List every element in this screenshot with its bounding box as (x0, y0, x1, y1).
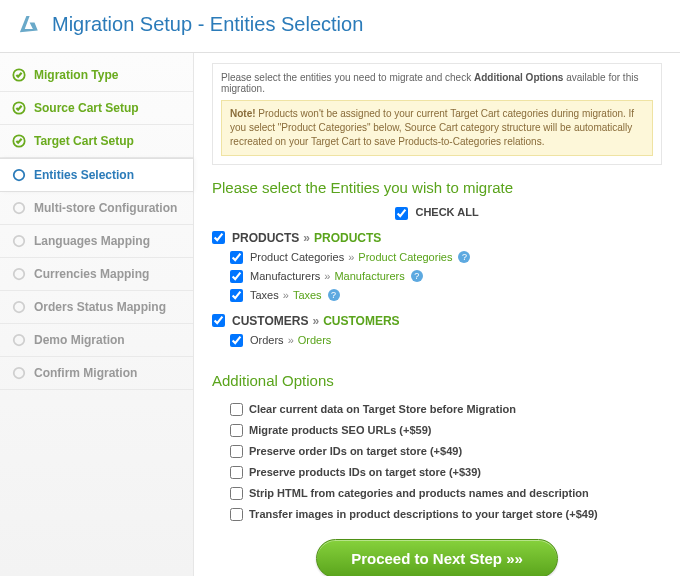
check-circle-icon (12, 101, 26, 115)
info-box: Please select the entities you need to m… (212, 63, 662, 165)
wizard-step-label: Migration Type (34, 68, 118, 82)
entity-checkbox[interactable] (230, 334, 243, 347)
proceed-button[interactable]: Proceed to Next Step »» (316, 539, 558, 576)
svg-point-3 (14, 170, 25, 181)
entity-source: PRODUCTS (232, 231, 299, 245)
entity-checkbox[interactable] (230, 289, 243, 302)
option-checkbox[interactable] (230, 466, 243, 479)
circle-icon (12, 168, 26, 182)
entity-source: Product Categories (250, 251, 344, 263)
entity-target: PRODUCTS (314, 231, 381, 245)
option-checkbox[interactable] (230, 403, 243, 416)
instruction-text: Please select the entities you need to m… (221, 72, 653, 94)
wizard-step-label: Target Cart Setup (34, 134, 134, 148)
circle-icon (12, 234, 26, 248)
entity-source: Manufacturers (250, 270, 320, 282)
entity-sub-0-2: Taxes»Taxes? (212, 286, 662, 305)
option-checkbox[interactable] (230, 445, 243, 458)
circle-icon (12, 201, 26, 215)
migration-arrow-icon (14, 10, 42, 38)
page-header: Migration Setup - Entities Selection (0, 0, 680, 53)
help-icon[interactable]: ? (328, 289, 340, 301)
svg-point-9 (14, 368, 25, 379)
entity-source: Taxes (250, 289, 279, 301)
wizard-step-7[interactable]: Orders Status Mapping (0, 291, 193, 324)
wizard-step-0[interactable]: Migration Type (0, 59, 193, 92)
entity-target: Orders (298, 334, 332, 346)
arrow-icon: » (283, 289, 289, 301)
entity-sub-0-1: Manufacturers»Manufacturers? (212, 267, 662, 286)
entity-target: Manufacturers (334, 270, 404, 282)
entities-list: PRODUCTS»PRODUCTSProduct Categories»Prod… (212, 228, 662, 350)
entity-target: CUSTOMERS (323, 314, 399, 328)
options-heading: Additional Options (212, 372, 662, 389)
option-label: Preserve order IDs on target store (+$49… (249, 445, 462, 457)
svg-point-7 (14, 302, 25, 313)
svg-point-6 (14, 269, 25, 280)
option-checkbox[interactable] (230, 508, 243, 521)
entity-source: Orders (250, 334, 284, 346)
entity-sub-0-0: Product Categories»Product Categories? (212, 248, 662, 267)
additional-options: Additional Options Clear current data on… (212, 372, 662, 525)
entity-checkbox[interactable] (212, 231, 225, 244)
help-icon[interactable]: ? (411, 270, 423, 282)
option-label: Preserve products IDs on target store (+… (249, 466, 481, 478)
option-row-2: Preserve order IDs on target store (+$49… (212, 441, 662, 462)
entities-heading: Please select the Entities you wish to m… (212, 179, 662, 196)
wizard-step-2[interactable]: Target Cart Setup (0, 125, 193, 158)
wizard-step-label: Entities Selection (34, 168, 134, 182)
circle-icon (12, 333, 26, 347)
wizard-step-5[interactable]: Languages Mapping (0, 225, 193, 258)
circle-icon (12, 366, 26, 380)
entity-checkbox[interactable] (212, 314, 225, 327)
entity-checkbox[interactable] (230, 270, 243, 283)
check-all-row: CHECK ALL (212, 206, 662, 220)
option-row-4: Strip HTML from categories and products … (212, 483, 662, 504)
check-all-label: CHECK ALL (415, 206, 478, 218)
circle-icon (12, 300, 26, 314)
check-circle-icon (12, 68, 26, 82)
option-checkbox[interactable] (230, 487, 243, 500)
option-label: Transfer images in product descriptions … (249, 508, 598, 520)
option-checkbox[interactable] (230, 424, 243, 437)
entity-checkbox[interactable] (230, 251, 243, 264)
wizard-step-label: Confirm Migration (34, 366, 137, 380)
check-all-checkbox[interactable] (395, 207, 408, 220)
entity-source: CUSTOMERS (232, 314, 308, 328)
entity-target: Product Categories (358, 251, 452, 263)
arrow-icon: » (312, 314, 319, 328)
wizard-step-label: Orders Status Mapping (34, 300, 166, 314)
check-circle-icon (12, 134, 26, 148)
page-title: Migration Setup - Entities Selection (52, 13, 363, 36)
wizard-step-4[interactable]: Multi-store Configuration (0, 192, 193, 225)
wizard-step-3[interactable]: Entities Selection (0, 158, 193, 192)
wizard-step-9[interactable]: Confirm Migration (0, 357, 193, 390)
wizard-step-6[interactable]: Currencies Mapping (0, 258, 193, 291)
option-label: Clear current data on Target Store befor… (249, 403, 516, 415)
wizard-step-label: Currencies Mapping (34, 267, 149, 281)
wizard-step-1[interactable]: Source Cart Setup (0, 92, 193, 125)
circle-icon (12, 267, 26, 281)
arrow-icon: » (303, 231, 310, 245)
wizard-step-label: Source Cart Setup (34, 101, 139, 115)
wizard-step-8[interactable]: Demo Migration (0, 324, 193, 357)
entity-group-0: PRODUCTS»PRODUCTS (212, 228, 662, 248)
entity-sub-1-0: Orders»Orders (212, 331, 662, 350)
main-content: Please select the entities you need to m… (194, 53, 680, 576)
note-box: Note! Products won't be assigned to your… (221, 100, 653, 156)
wizard-step-label: Demo Migration (34, 333, 125, 347)
arrow-icon: » (324, 270, 330, 282)
option-label: Strip HTML from categories and products … (249, 487, 589, 499)
svg-point-8 (14, 335, 25, 346)
option-label: Migrate products SEO URLs (+$59) (249, 424, 431, 436)
arrow-icon: » (288, 334, 294, 346)
wizard-steps-sidebar: Migration TypeSource Cart SetupTarget Ca… (0, 53, 194, 576)
svg-point-5 (14, 236, 25, 247)
help-icon[interactable]: ? (458, 251, 470, 263)
entity-group-1: CUSTOMERS»CUSTOMERS (212, 311, 662, 331)
option-row-5: Transfer images in product descriptions … (212, 504, 662, 525)
svg-point-4 (14, 203, 25, 214)
entity-target: Taxes (293, 289, 322, 301)
option-row-1: Migrate products SEO URLs (+$59) (212, 420, 662, 441)
wizard-step-label: Multi-store Configuration (34, 201, 177, 215)
